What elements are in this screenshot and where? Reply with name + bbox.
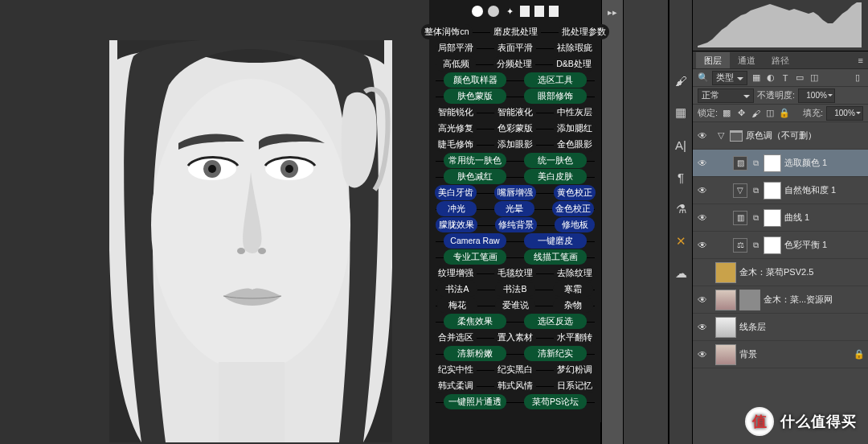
action-button[interactable]: 肤色蒙版 <box>444 88 506 104</box>
layer-name[interactable]: 选取颜色 1 <box>784 157 865 169</box>
layer-thumbnail[interactable] <box>715 317 736 338</box>
opacity-input[interactable]: 100% <box>798 88 835 103</box>
visibility-icon[interactable]: 👁 <box>696 294 709 306</box>
action-button[interactable]: 纪实中性 <box>435 362 477 377</box>
action-button[interactable]: 金色校正 <box>552 201 594 216</box>
layer-name[interactable]: 背景 <box>739 348 850 360</box>
action-button[interactable]: 杂物 <box>553 298 593 313</box>
action-button[interactable]: 高光修复 <box>435 121 477 136</box>
action-button[interactable]: 光晕 <box>494 201 534 216</box>
action-button[interactable]: 一键照片通透 <box>444 394 506 409</box>
visibility-icon[interactable]: 👁 <box>696 240 709 251</box>
layer-row[interactable]: 👁▧⧉选取颜色 1 <box>693 150 868 177</box>
link-icon[interactable]: ⧉ <box>751 213 760 223</box>
layer-thumbnail[interactable] <box>715 262 736 283</box>
tab-channels[interactable]: 通道 <box>730 52 764 68</box>
lock-pixels-icon[interactable]: ▩ <box>721 108 732 119</box>
action-button[interactable]: 嘴唇增强 <box>494 185 536 200</box>
action-button[interactable]: 分频处理 <box>493 56 535 72</box>
action-button[interactable]: 朦胧效果 <box>436 217 477 232</box>
layer-row[interactable]: 👁▥⧉曲线 1 <box>693 204 868 232</box>
libraries-panel-icon[interactable]: ☁ <box>673 265 689 282</box>
action-button[interactable]: 选区工具 <box>524 72 587 88</box>
action-button[interactable]: 磨皮批处理 <box>490 24 541 39</box>
action-button[interactable]: 梅花 <box>437 298 477 313</box>
action-button[interactable]: 书法B <box>495 282 535 297</box>
action-button[interactable]: 线描工笔画 <box>524 249 587 265</box>
expand-icon[interactable]: ▸▸ <box>605 5 620 19</box>
action-button[interactable]: 颜色取样器 <box>444 72 506 88</box>
action-button[interactable]: 眼部修饰 <box>524 88 587 104</box>
layer-row[interactable]: 👁线条层 <box>693 314 868 341</box>
mask-thumbnail[interactable] <box>764 154 781 172</box>
action-button[interactable]: 柔焦效果 <box>444 314 506 329</box>
canvas-area[interactable] <box>0 0 418 444</box>
visibility-icon[interactable]: 👁 <box>696 349 709 360</box>
action-button[interactable]: 肤色减红 <box>444 169 506 184</box>
action-button[interactable]: 韩式风情 <box>494 378 536 393</box>
link-icon[interactable]: ⧉ <box>751 186 760 195</box>
layer-row[interactable]: 👁▽原色调（不可删） <box>693 122 868 150</box>
action-button[interactable]: 添加眼影 <box>494 137 536 152</box>
brush-preset-icon[interactable] <box>488 6 499 17</box>
filter-pixel-icon[interactable]: ▦ <box>751 72 762 84</box>
visibility-icon[interactable]: 👁 <box>696 158 709 169</box>
action-button[interactable]: 专业工笔画 <box>444 249 506 265</box>
brush-preset-icon[interactable] <box>534 6 544 17</box>
visibility-icon[interactable]: 👁 <box>696 130 709 142</box>
document-image[interactable] <box>109 40 392 442</box>
layer-name[interactable]: 自然饱和度 1 <box>784 184 865 196</box>
character-panel-icon[interactable]: A| <box>673 137 689 153</box>
paragraph-panel-icon[interactable]: ¶ <box>673 169 689 185</box>
action-button[interactable]: 祛除瑕疵 <box>554 40 596 56</box>
link-icon[interactable]: ⧉ <box>751 158 760 168</box>
action-button[interactable]: 寒霜 <box>553 282 593 297</box>
filter-text-icon[interactable]: T <box>780 72 791 84</box>
action-button[interactable]: 整体润饰cn <box>421 24 472 39</box>
action-button[interactable]: 冲光 <box>436 201 477 216</box>
histogram-panel[interactable] <box>693 0 868 51</box>
mask-thumbnail[interactable] <box>764 209 781 227</box>
visibility-icon[interactable]: 👁 <box>696 185 709 196</box>
filter-kind-select[interactable]: 类型 <box>712 71 747 85</box>
action-button[interactable]: 合并选区 <box>435 330 477 345</box>
layer-name[interactable]: 色彩平衡 1 <box>784 239 865 251</box>
action-button[interactable]: 书法A <box>437 282 477 297</box>
mask-thumbnail[interactable] <box>764 182 781 199</box>
mask-thumbnail[interactable] <box>739 290 760 310</box>
action-button[interactable]: 统一肤色 <box>524 153 587 168</box>
brush-preset-icon[interactable] <box>549 6 559 17</box>
filter-toggle-icon[interactable]: ▯ <box>852 72 863 84</box>
swatches-panel-icon[interactable]: ▦ <box>673 105 689 121</box>
layer-name[interactable]: 原色调（不可删） <box>746 130 865 142</box>
layer-row[interactable]: 👁背景🔒 <box>693 341 868 368</box>
layer-name[interactable]: 金木：菜...资源网 <box>764 294 865 306</box>
lock-position-icon[interactable]: ✥ <box>735 108 747 119</box>
action-button[interactable]: 纹理增强 <box>435 265 477 281</box>
action-button[interactable]: 清新纪实 <box>524 346 587 361</box>
action-button[interactable]: 常用统一肤色 <box>444 153 506 168</box>
visibility-icon[interactable]: 👁 <box>696 322 709 333</box>
layer-thumbnail[interactable] <box>715 290 736 310</box>
action-button[interactable]: 色彩蒙版 <box>494 121 536 136</box>
action-button[interactable]: 爱谁说 <box>495 298 535 313</box>
mask-thumbnail[interactable] <box>764 236 781 254</box>
tools-panel-icon[interactable]: ✕ <box>673 233 689 249</box>
action-button[interactable]: 局部平滑 <box>435 40 477 56</box>
fill-input[interactable]: 100% <box>826 106 863 121</box>
layer-row[interactable]: 👁⚖⧉色彩平衡 1 <box>693 232 868 259</box>
blend-mode-select[interactable]: 正常 <box>698 88 754 103</box>
action-button[interactable]: 高低频 <box>436 56 476 72</box>
action-button[interactable]: 黄色校正 <box>554 185 596 200</box>
lock-nest-icon[interactable]: ◫ <box>764 108 776 119</box>
action-button[interactable]: 添加腮红 <box>554 121 596 136</box>
beaker-panel-icon[interactable]: ⚗ <box>673 201 689 217</box>
link-icon[interactable]: ⧉ <box>751 240 760 250</box>
action-button[interactable]: 中性灰层 <box>554 105 596 120</box>
filter-smart-icon[interactable]: ◫ <box>809 72 820 84</box>
brush-preset-icon[interactable] <box>520 6 530 17</box>
filter-adjust-icon[interactable]: ◐ <box>765 72 776 84</box>
layer-name[interactable]: 线条层 <box>739 321 865 333</box>
action-button[interactable]: 选区反选 <box>524 314 587 329</box>
action-button[interactable]: 日系记忆 <box>554 378 596 393</box>
